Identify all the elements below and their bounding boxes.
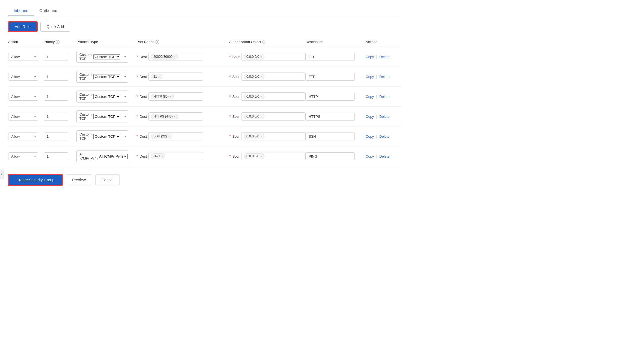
actions-cell-4: Copy | Delete	[366, 134, 398, 139]
copy-button-1[interactable]: Copy	[366, 75, 374, 79]
actions-divider: |	[376, 74, 377, 79]
delete-button-2[interactable]: Delete	[379, 95, 390, 99]
port-dest-label: Dest	[139, 75, 147, 79]
auth-tag-close[interactable]: ×	[260, 115, 262, 118]
create-security-group-button[interactable]: Create Security Group	[8, 174, 62, 185]
port-range-info-icon[interactable]: i	[156, 40, 159, 44]
copy-button-5[interactable]: Copy	[366, 154, 374, 158]
tab-inbound[interactable]: Inbound	[8, 5, 34, 16]
delete-button-1[interactable]: Delete	[379, 75, 390, 79]
auth-tag: 0.0.0.0/0 ×	[244, 94, 264, 99]
auth-tag-input-0[interactable]: 0.0.0.0/0 ×	[241, 53, 306, 61]
delete-button-5[interactable]: Delete	[379, 154, 390, 158]
action-select-0[interactable]: Allow ▾ Allow	[8, 53, 38, 61]
action-select-4[interactable]: Allow ▾ Allow	[8, 133, 38, 140]
priority-input-5[interactable]	[44, 152, 68, 160]
action-cell-0: Allow ▾ Allow	[8, 53, 44, 61]
tab-outbound[interactable]: Outbound	[34, 5, 63, 16]
auth-tag-input-1[interactable]: 0.0.0.0/0 ×	[241, 73, 306, 81]
action-select-1[interactable]: Allow ▾ Allow	[8, 73, 38, 81]
description-input-0[interactable]	[306, 53, 355, 61]
port-tag-input-2[interactable]: HTTP (80) ×	[148, 92, 203, 101]
port-required-star: *	[136, 134, 138, 139]
add-rule-button[interactable]: Add Rule	[8, 22, 37, 32]
protocol-chevron-icon: ▾	[124, 155, 126, 158]
protocol-cell-0: Custom TCP ▾ Custom TCP	[76, 51, 136, 63]
port-tag-close[interactable]: ×	[174, 55, 175, 58]
copy-button-0[interactable]: Copy	[366, 55, 374, 59]
priority-input-3[interactable]	[44, 113, 68, 121]
priority-info-icon[interactable]: i	[56, 40, 59, 44]
protocol-chevron-icon: ▾	[124, 135, 126, 138]
port-tag-input-0[interactable]: 20000/30000 ×	[148, 53, 203, 61]
auth-tag-input-3[interactable]: 0.0.0.0/0 ×	[241, 112, 306, 121]
protocol-select-1[interactable]: Custom TCP ▾ Custom TCP	[76, 71, 128, 83]
collapse-handle[interactable]: ‹	[0, 170, 4, 179]
port-tag: 21 ×	[151, 74, 162, 79]
auth-tag-close[interactable]: ×	[260, 135, 262, 138]
protocol-cell-4: Custom TCP ▾ Custom TCP	[76, 130, 136, 142]
port-tag-input-4[interactable]: SSH (22) ×	[148, 132, 203, 140]
delete-button-0[interactable]: Delete	[379, 55, 390, 59]
actions-divider: |	[376, 134, 377, 139]
priority-input-1[interactable]	[44, 73, 68, 81]
preview-button[interactable]: Preview	[66, 174, 92, 185]
port-range-cell-1: * Dest 21 ×	[136, 73, 229, 81]
port-dest-label: Dest	[139, 95, 147, 99]
auth-tag-close[interactable]: ×	[260, 95, 262, 98]
protocol-select-0[interactable]: Custom TCP ▾ Custom TCP	[76, 51, 128, 63]
description-cell-3	[306, 113, 366, 121]
quick-add-button[interactable]: Quick Add	[40, 22, 70, 32]
action-select-3[interactable]: Allow ▾ Allow	[8, 113, 38, 121]
description-input-1[interactable]	[306, 73, 355, 81]
port-tag-close[interactable]: ×	[168, 135, 170, 138]
delete-button-3[interactable]: Delete	[379, 115, 390, 119]
auth-tag-input-2[interactable]: 0.0.0.0/0 ×	[241, 92, 306, 101]
protocol-select-3[interactable]: Custom TCP ▾ Custom TCP	[76, 110, 128, 122]
action-select-2[interactable]: Allow ▾ Allow	[8, 93, 38, 101]
priority-cell-1	[44, 73, 76, 81]
table-row: Allow ▾ Allow Custom TCP ▾ Custom TCP * …	[8, 67, 401, 87]
col-port-range: Port Range i	[136, 40, 229, 44]
auth-tag-input-5[interactable]: 0.0.0.0/0 ×	[241, 152, 306, 160]
auth-tag-close[interactable]: ×	[260, 55, 262, 58]
auth-sour-label: Sour	[232, 115, 240, 119]
port-required-star: *	[136, 94, 138, 99]
copy-button-3[interactable]: Copy	[366, 115, 374, 119]
auth-sour-label: Sour	[232, 55, 240, 59]
description-input-4[interactable]	[306, 133, 355, 140]
priority-input-0[interactable]	[44, 53, 68, 61]
auth-tag-input-4[interactable]: 0.0.0.0/0 ×	[241, 132, 306, 140]
port-tag-close[interactable]: ×	[161, 155, 163, 158]
port-tag-input-3[interactable]: HTTPS (443) ×	[148, 112, 203, 121]
protocol-select-4[interactable]: Custom TCP ▾ Custom TCP	[76, 130, 128, 142]
col-auth-object: Authorization Object i	[229, 40, 306, 44]
cancel-button[interactable]: Cancel	[95, 174, 120, 185]
port-tag-close[interactable]: ×	[158, 75, 160, 78]
protocol-chevron-icon: ▾	[124, 55, 126, 58]
copy-button-4[interactable]: Copy	[366, 134, 374, 139]
port-tag-close[interactable]: ×	[170, 95, 171, 98]
port-tag-input-5[interactable]: -1/-1 ×	[148, 152, 203, 160]
description-input-3[interactable]	[306, 113, 355, 121]
actions-cell-1: Copy | Delete	[366, 74, 398, 79]
auth-tag-close[interactable]: ×	[260, 155, 262, 158]
auth-cell-3: * Sour 0.0.0.0/0 ×	[229, 112, 306, 121]
delete-button-4[interactable]: Delete	[379, 134, 390, 139]
action-select-5[interactable]: Allow ▾ Allow	[8, 152, 38, 160]
col-action: Action	[8, 40, 44, 44]
auth-object-info-icon[interactable]: i	[262, 40, 266, 44]
protocol-select-5[interactable]: All ICMP(IPv4) ▾ All ICMP(IPv4)	[76, 150, 128, 162]
auth-required-star: *	[229, 134, 231, 139]
description-input-2[interactable]	[306, 93, 355, 101]
priority-input-4[interactable]	[44, 133, 68, 140]
copy-button-2[interactable]: Copy	[366, 95, 374, 99]
port-range-cell-3: * Dest HTTPS (443) ×	[136, 112, 229, 121]
priority-input-2[interactable]	[44, 93, 68, 101]
protocol-cell-1: Custom TCP ▾ Custom TCP	[76, 71, 136, 83]
description-input-5[interactable]	[306, 152, 355, 160]
auth-tag-close[interactable]: ×	[260, 75, 262, 78]
port-tag-close[interactable]: ×	[174, 115, 175, 118]
protocol-select-2[interactable]: Custom TCP ▾ Custom TCP	[76, 91, 128, 103]
port-tag-input-1[interactable]: 21 ×	[148, 73, 203, 81]
